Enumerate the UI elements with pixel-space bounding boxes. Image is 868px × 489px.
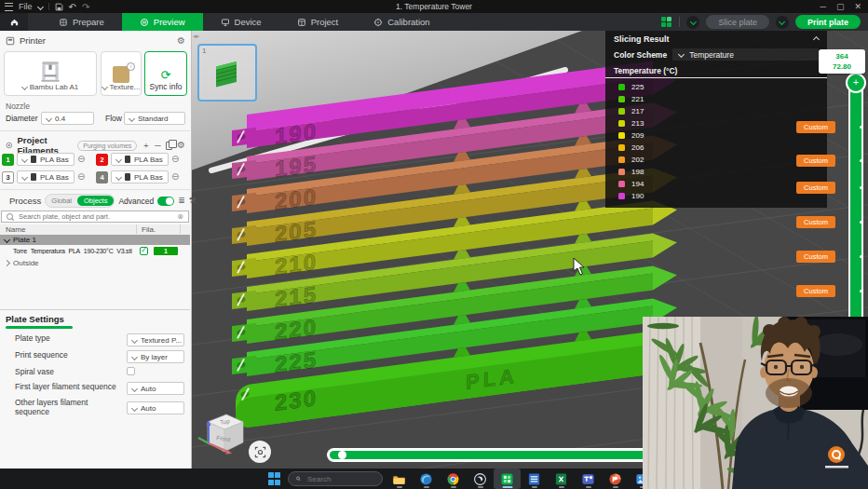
- filament-color-swatch[interactable]: 1: [2, 154, 14, 166]
- slider-tick: [860, 126, 862, 129]
- remove-filament-icon[interactable]: ─: [155, 142, 160, 150]
- layer-slider-handle[interactable]: +: [846, 73, 866, 93]
- custom-gcode-mark[interactable]: Custom: [796, 155, 835, 167]
- object-search-input[interactable]: [17, 211, 173, 222]
- object-row[interactable]: Torre_Temperatura_PLA_190-230°C_V3.stl ✓…: [0, 245, 190, 256]
- home-button[interactable]: [0, 13, 28, 31]
- plates-manager-icon[interactable]: [661, 17, 672, 28]
- outside-row[interactable]: Outside: [0, 257, 190, 268]
- minimize-button[interactable]: ─: [821, 2, 826, 11]
- remove-filament-icon[interactable]: ⊖: [171, 155, 179, 164]
- object-filament-badge[interactable]: 1: [154, 247, 178, 255]
- filament-slot-2[interactable]: 2PLA Basic⊖: [96, 153, 179, 166]
- sync-info-button[interactable]: ⟳ Sync info: [144, 51, 187, 96]
- move-slider[interactable]: [327, 448, 653, 462]
- taskbar-icon-ppt[interactable]: [602, 469, 629, 489]
- undo-icon[interactable]: ↶: [69, 2, 76, 12]
- taskbar-icon-teams[interactable]: [575, 469, 602, 489]
- view-list-icon[interactable]: ≣: [178, 197, 185, 205]
- print-options-dropdown[interactable]: [776, 16, 789, 29]
- filament-select[interactable]: PLA Basic: [17, 153, 75, 166]
- taskbar-icon-word[interactable]: [521, 469, 548, 489]
- taskbar-icon-excel[interactable]: [548, 469, 575, 489]
- file-menu[interactable]: File: [19, 2, 33, 11]
- filament-select[interactable]: PLA Basic: [111, 170, 169, 183]
- purging-volumes-button[interactable]: Purging volumes: [77, 141, 137, 151]
- object-visible-checkbox[interactable]: ✓: [140, 247, 148, 255]
- custom-gcode-mark[interactable]: Custom: [796, 216, 835, 228]
- running-indicator: [397, 486, 402, 488]
- redo-icon[interactable]: ↷: [82, 2, 89, 12]
- taskbar-icon-obs[interactable]: [467, 469, 494, 489]
- tab-bar: PreparePreviewDeviceProjectCalibration S…: [0, 13, 868, 31]
- printer-settings-gear-icon[interactable]: ⚙: [177, 36, 185, 46]
- filament-settings-gear-icon[interactable]: ⚙: [177, 141, 185, 150]
- focus-view-button[interactable]: [249, 441, 271, 463]
- search-icon: [7, 213, 13, 220]
- filament-color-swatch[interactable]: 4: [96, 171, 108, 183]
- view-cube[interactable]: Top Front: [197, 409, 251, 467]
- slice-plate-button[interactable]: Slice plate: [706, 15, 769, 29]
- tab-project[interactable]: Project: [279, 13, 357, 31]
- taskbar-search[interactable]: [288, 471, 383, 486]
- taskbar-icon-edge[interactable]: [413, 469, 440, 489]
- setting-select[interactable]: Textured P...: [127, 333, 184, 346]
- filament-slot-4[interactable]: 4PLA Basic⊖: [96, 170, 179, 183]
- taskbar-search-input[interactable]: [305, 474, 374, 484]
- taskbar-icon-folder[interactable]: [386, 469, 413, 489]
- spiral-vase-checkbox[interactable]: [127, 367, 135, 375]
- remove-filament-icon[interactable]: ⊖: [77, 172, 85, 182]
- tab-device[interactable]: Device: [203, 13, 279, 31]
- info-icon[interactable]: i: [127, 62, 135, 71]
- global-objects-toggle[interactable]: Global Objects: [45, 194, 115, 208]
- setting-select[interactable]: By layer: [127, 350, 184, 363]
- custom-gcode-mark[interactable]: Custom: [796, 182, 835, 194]
- webcam-overlay: [643, 317, 868, 489]
- collapse-chevron-icon[interactable]: [813, 35, 820, 42]
- filament-select[interactable]: PLA Basic: [17, 170, 75, 183]
- clear-search-icon[interactable]: ⊗: [177, 212, 183, 221]
- legend-row: 221: [605, 93, 827, 105]
- maximize-button[interactable]: ▢: [836, 2, 845, 11]
- filament-color-swatch[interactable]: 2: [96, 154, 108, 166]
- plate-row[interactable]: Plate 1: [0, 235, 190, 245]
- tab-calibration[interactable]: Calibration: [356, 13, 447, 31]
- taskbar-icon-bambu[interactable]: [494, 469, 521, 489]
- setting-value: Auto: [141, 404, 156, 413]
- printer-card[interactable]: Bambu Lab A1: [4, 51, 97, 96]
- color-scheme-select[interactable]: Temperature: [672, 48, 819, 61]
- diameter-select[interactable]: 0.4: [41, 112, 94, 125]
- objects-option[interactable]: Objects: [77, 196, 114, 206]
- filament-select[interactable]: PLA Basic: [111, 153, 169, 166]
- advanced-toggle[interactable]: [157, 197, 174, 206]
- global-option[interactable]: Global: [46, 197, 77, 205]
- tower-temperature-label: 205: [275, 216, 318, 247]
- menu-icon[interactable]: [5, 3, 13, 11]
- custom-gcode-mark[interactable]: Custom: [796, 251, 835, 263]
- start-button[interactable]: [268, 472, 281, 485]
- taskbar-icon-chrome[interactable]: [440, 469, 467, 489]
- tab-preview[interactable]: Preview: [122, 13, 203, 31]
- compare-icon[interactable]: ⚒: [189, 197, 197, 205]
- custom-gcode-mark[interactable]: Custom: [796, 121, 835, 133]
- collapse-panel-icon[interactable]: ◂▸: [193, 33, 199, 40]
- remove-filament-icon[interactable]: ⊖: [171, 172, 179, 182]
- tab-prepare[interactable]: Prepare: [41, 13, 122, 31]
- remove-filament-icon[interactable]: ⊖: [77, 155, 85, 164]
- setting-select[interactable]: Auto: [127, 382, 184, 395]
- plate-thumbnail[interactable]: 1: [197, 44, 257, 102]
- custom-gcode-mark[interactable]: Custom: [796, 285, 835, 297]
- print-plate-button[interactable]: Print plate: [795, 15, 861, 29]
- close-button[interactable]: ✕: [854, 2, 861, 11]
- save-icon[interactable]: [55, 3, 63, 11]
- sync-filament-list-icon[interactable]: [166, 142, 172, 150]
- setting-select[interactable]: Auto: [127, 401, 184, 414]
- flow-select[interactable]: Standard: [124, 112, 185, 125]
- plate-card[interactable]: i Texture...: [101, 51, 142, 96]
- filament-slot-3[interactable]: 3PLA Basic⊖: [2, 170, 85, 183]
- move-slider-handle[interactable]: [338, 451, 346, 459]
- filament-slot-1[interactable]: 1PLA Basic⊖: [2, 153, 85, 166]
- slice-options-dropdown[interactable]: [686, 16, 699, 29]
- add-filament-icon[interactable]: ＋: [142, 142, 150, 150]
- filament-color-swatch[interactable]: 3: [2, 171, 14, 183]
